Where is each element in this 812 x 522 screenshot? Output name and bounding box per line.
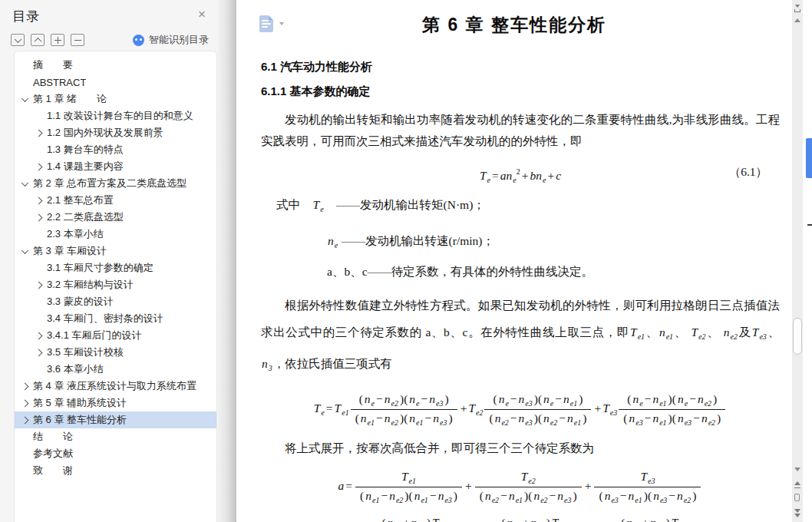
plus-icon [54,37,61,44]
scrollbar-thumb[interactable] [793,318,802,355]
paragraph-expand: 将上式展开，按幂次高低合并，即可得三个三个待定系数为 [261,438,780,459]
toc-item-selected[interactable]: 第 6 章 整车性能分析 [15,411,216,428]
chapter-title: 第 6 章 整车性能分析 [267,13,761,37]
equation-b: b=−(ne2+ne3)Te1(ne1−ne2)(ne1−ne3)+(ne1+n… [333,515,708,522]
toc-item[interactable]: 3.5 车厢设计校核 [15,344,216,361]
scroll-up-arrow[interactable] [794,18,800,22]
equation-te-row: Te=Te1(ne−ne2)(ne−ne3)(ne1−ne2)(ne1−ne3)… [261,392,780,428]
definition-line-abc: a、b、c——待定系数，有具体的外特性曲线决定。 [327,262,780,282]
subsection-heading: 6.1.1 基本参数的确定 [261,84,780,99]
definition-line-te: 式中 Te ——发动机输出转矩(N·m)； [276,195,780,220]
toc-item[interactable]: 致 谢 [15,462,216,479]
toc-item[interactable]: 第 1 章 绪 论 [15,91,216,107]
toc-item[interactable]: 摘 要 [15,57,216,74]
toc-item-label: 第 5 章 辅助系统设计 [33,396,127,410]
toc-item-label: 3.4 车厢门、密封条的设计 [47,312,163,325]
toc-item[interactable]: 第 2 章 总布置方案及二类底盘选型 [15,175,216,192]
equation-number: （6.1） [729,160,767,183]
section-heading: 6.1 汽车动力性能分析 [261,60,780,74]
toc-item[interactable]: ABSTRACT [15,74,216,91]
chevron-right-icon[interactable] [36,215,47,220]
chevron-down-icon[interactable] [22,97,33,102]
toc-tree: 摘 要ABSTRACT第 1 章 绪 论1.1 改装设计舞台车的目的和意义1.2… [14,51,217,522]
toc-item-label: 1.4 课题主要内容 [47,160,124,173]
toc-item[interactable]: 第 4 章 液压系统设计与取力系统布置 [15,378,216,395]
annotation-marker [807,224,812,226]
equation-6-1: Te=ane2+bne+c [480,169,561,182]
previous-page-button[interactable] [794,481,800,488]
toc-item[interactable]: 3.4 车厢门、密封条的设计 [15,310,216,327]
toc-item-label: 3.6 本章小结 [47,362,104,376]
note-icon [259,15,273,32]
toc-item-label: 结 论 [33,430,73,444]
page-fit-button[interactable] [794,494,800,501]
toc-item-label: 1.2 国内外现状及发展前景 [47,126,163,140]
chevron-right-icon[interactable] [36,164,47,170]
toc-tool-group [11,34,84,46]
equation-a: a=Te1(ne1−ne2)(ne1−ne3)+Te2(ne2−ne1)(ne2… [338,469,703,505]
toc-header: 目录 × [0,0,218,25]
chevron-right-icon[interactable] [22,401,33,406]
toc-item[interactable]: 第 3 章 车厢设计 [15,243,216,259]
chevron-right-icon[interactable] [36,282,47,288]
toc-item[interactable]: 3.3 蒙皮的设计 [15,293,216,310]
toc-item-label: 摘 要 [33,58,73,72]
pdf-reader-window: 目录 × 智能识别目录 摘 要ABSTRACT第 1 章 绪 论1.1 改装设计… [0,0,812,522]
document-page: 第 6 章 整车性能分析 6.1 汽车动力性能分析 6.1.1 基本参数的确定 … [236,0,792,522]
toc-item[interactable]: 3.4.1 车厢后门的设计 [15,327,216,344]
collapse-level-button[interactable] [31,34,45,46]
equation-te: Te=Te1(ne−ne2)(ne−ne3)(ne1−ne2)(ne1−ne3)… [314,392,728,428]
smart-toc-label: 智能识别目录 [149,33,209,47]
chevron-right-icon[interactable] [22,418,33,423]
chevron-down-icon[interactable] [22,249,33,254]
toc-item-label: 第 1 章 绪 论 [33,92,107,106]
toc-sidebar: 目录 × 智能识别目录 摘 要ABSTRACT第 1 章 绪 论1.1 改装设计… [0,0,218,522]
caret-down-icon [279,22,284,25]
toc-item-label: 2.1 整车总布置 [47,193,114,207]
chevron-down-icon[interactable] [22,181,33,187]
sidebar-resize-handle[interactable] [218,0,236,522]
smart-toc-icon [133,35,144,46]
toc-item[interactable]: 2.2 二类底盘选型 [15,209,216,226]
toc-item[interactable]: 1.1 改装设计舞台车的目的和意义 [15,107,216,124]
chevron-right-icon[interactable] [36,333,47,339]
toc-item-label: 第 6 章 整车性能分析 [33,413,127,427]
vertical-scrollbar[interactable] [792,0,803,522]
toc-item[interactable]: 2.3 本章小结 [15,226,216,243]
toc-item[interactable]: 第 5 章 辅助系统设计 [15,395,216,411]
equation-b-row: b=−(ne2+ne3)Te1(ne1−ne2)(ne1−ne3)+(ne1+n… [261,515,780,522]
scroll-down-arrow[interactable] [794,467,800,471]
toc-item[interactable]: 参考文献 [15,445,216,462]
toc-item-label: 3.2 车厢结构与设计 [47,278,134,292]
close-icon[interactable]: × [198,8,206,21]
paragraph-lagrange: 根据外特性数值建立外特性方程式。如果已知发动机的外特性，则可利用拉格朗日三点插值… [261,292,780,382]
toc-item-label: 参考文献 [33,447,73,461]
scroll-to-top-button[interactable] [794,5,800,12]
chevron-right-icon[interactable] [36,350,47,355]
chevron-right-icon[interactable] [36,130,47,136]
toc-title: 目录 [12,9,40,24]
smart-toc-button[interactable]: 智能识别目录 [133,33,209,47]
definition-line-ne: ne ——发动机输出转速(r/min)； [327,231,780,256]
toc-item[interactable]: 结 论 [15,428,216,445]
chevron-right-icon[interactable] [36,198,47,203]
collapse-all-button[interactable] [71,34,84,46]
toc-item-label: 2.3 本章小结 [47,227,104,241]
chevron-right-icon[interactable] [22,384,33,389]
toc-item[interactable]: 3.6 本章小结 [15,361,216,378]
toc-item-label: 第 3 章 车厢设计 [33,244,107,258]
expand-all-button[interactable] [51,34,64,46]
toc-item[interactable]: 1.2 国内外现状及发展前景 [15,124,216,141]
expand-next-level-button[interactable] [11,34,25,46]
side-panel-handle[interactable] [806,138,812,178]
toc-item[interactable]: 1.4 课题主要内容 [15,158,216,175]
toc-item[interactable]: 2.1 整车总布置 [15,192,216,209]
toc-item[interactable]: 1.3 舞台车的特点 [15,141,216,158]
toc-item[interactable]: 3.2 车厢结构与设计 [15,276,216,293]
annotation-button[interactable] [259,15,284,32]
toc-item-label: 3.1 车厢尺寸参数的确定 [47,261,153,275]
minus-icon [74,37,81,44]
toc-item-label: 1.1 改装设计舞台车的目的和意义 [47,109,193,123]
toc-item[interactable]: 3.1 车厢尺寸参数的确定 [15,259,216,276]
next-page-button[interactable] [794,509,800,517]
